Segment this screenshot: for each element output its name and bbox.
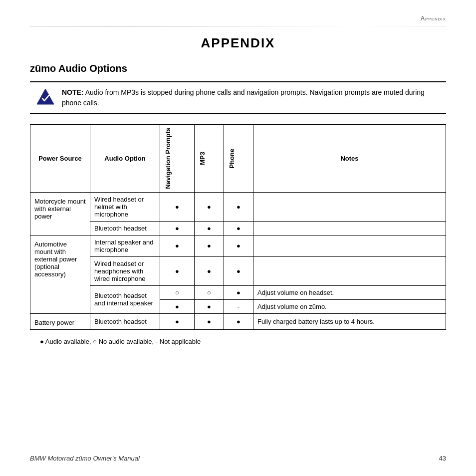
legend-text: Audio available, ○ No audio available, -… — [45, 338, 201, 345]
table-row: Bluetooth headset ● ● ● — [30, 221, 446, 235]
td-power-automotive: Automotive mount with external power (op… — [30, 235, 90, 313]
footer-page: 43 — [439, 455, 446, 462]
footer: BMW Motorrad zūmo Owner's Manual 43 — [30, 455, 446, 462]
td-phone-1: ● — [224, 192, 253, 221]
note-box: NOTE: Audio from MP3s is stopped during … — [30, 81, 446, 114]
legend-bullet: ● — [40, 338, 44, 345]
td-nav-4: ● — [160, 256, 195, 285]
note-icon — [36, 87, 55, 106]
td-mp3-7: ● — [195, 313, 224, 329]
th-mp3: MP3 — [195, 125, 224, 193]
th-notes: Notes — [253, 125, 446, 193]
td-audio-wired-headphones: Wired headset or headphones with wired m… — [90, 256, 160, 285]
td-nav-2: ● — [160, 221, 195, 235]
th-power-source: Power Source — [30, 125, 90, 193]
td-mp3-2: ● — [195, 221, 224, 235]
appendix-header-text: Appendix — [421, 15, 446, 22]
td-power-battery: Battery power — [30, 313, 90, 329]
table-row: Automotive mount with external power (op… — [30, 235, 446, 256]
table-row: Battery power Bluetooth headset ● ● ● Fu… — [30, 313, 446, 329]
td-mp3-1: ● — [195, 192, 224, 221]
page-title: Appendix — [30, 35, 446, 51]
legend: ● Audio available, ○ No audio available,… — [40, 338, 446, 345]
td-phone-6: - — [224, 299, 253, 313]
td-phone-5: ● — [224, 285, 253, 299]
note-text: NOTE: Audio from MP3s is stopped during … — [62, 87, 440, 108]
svg-marker-0 — [37, 89, 54, 104]
td-notes-6: Adjust volume on zūmo. — [253, 299, 446, 313]
th-audio-option: Audio Option — [90, 125, 160, 193]
audio-table: Power Source Audio Option Navigation Pro… — [30, 124, 446, 330]
td-mp3-3: ● — [195, 235, 224, 256]
td-notes-4 — [253, 256, 446, 285]
td-phone-3: ● — [224, 235, 253, 256]
header-appendix-label: Appendix — [30, 15, 446, 22]
td-audio-bt-battery: Bluetooth headset — [90, 313, 160, 329]
td-audio-bt-headset-1: Bluetooth headset — [90, 221, 160, 235]
divider-top — [30, 26, 446, 26]
section-title: zūmo Audio Options — [30, 63, 446, 74]
td-nav-1: ● — [160, 192, 195, 221]
td-phone-2: ● — [224, 221, 253, 235]
table-row: Bluetooth headset and internal speaker ○… — [30, 285, 446, 299]
th-nav-prompts: Navigation Prompts — [160, 125, 195, 193]
td-notes-5: Adjust volume on headset. — [253, 285, 446, 299]
note-bold: NOTE: — [62, 88, 84, 96]
td-phone-7: ● — [224, 313, 253, 329]
td-power-motorcycle: Motorcycle mount with external power — [30, 192, 90, 235]
table-row: Wired headset or headphones with wired m… — [30, 256, 446, 285]
td-audio-internal-speaker: Internal speaker and microphone — [90, 235, 160, 256]
td-audio-bt-internal: Bluetooth headset and internal speaker — [90, 285, 160, 313]
table-row: Motorcycle mount with external power Wir… — [30, 192, 446, 221]
note-body: Audio from MP3s is stopped during phone … — [62, 88, 425, 107]
footer-manual: BMW Motorrad zūmo Owner's Manual — [30, 455, 140, 462]
td-notes-1 — [253, 192, 446, 221]
td-mp3-4: ● — [195, 256, 224, 285]
td-nav-7: ● — [160, 313, 195, 329]
td-audio-wired-helmet: Wired headset or helmet with microphone — [90, 192, 160, 221]
page-container: Appendix Appendix zūmo Audio Options NOT… — [0, 0, 476, 476]
td-notes-2 — [253, 221, 446, 235]
td-notes-3 — [253, 235, 446, 256]
td-mp3-6: ● — [195, 299, 224, 313]
td-notes-7: Fully charged battery lasts up to 4 hour… — [253, 313, 446, 329]
td-nav-3: ● — [160, 235, 195, 256]
th-phone: Phone — [224, 125, 253, 193]
td-nav-6: ● — [160, 299, 195, 313]
td-mp3-5: ○ — [195, 285, 224, 299]
td-nav-5: ○ — [160, 285, 195, 299]
td-phone-4: ● — [224, 256, 253, 285]
